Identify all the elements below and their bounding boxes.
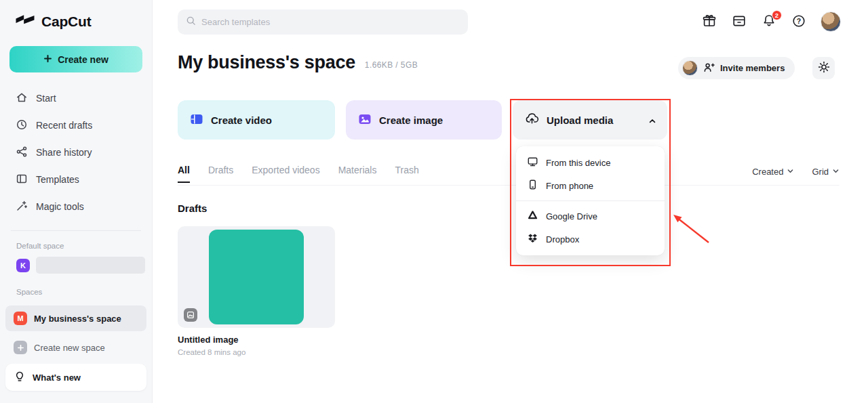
person-plus-icon	[703, 62, 715, 75]
create-image-label: Create image	[379, 114, 443, 126]
view-controls: Created Grid	[752, 167, 840, 177]
upload-media-label: Upload media	[547, 114, 613, 126]
sidebar-item-label: Share history	[36, 147, 92, 158]
svg-text:?: ?	[797, 17, 801, 25]
header-icons: 2 ?	[701, 10, 841, 33]
draft-item[interactable]	[178, 226, 335, 328]
sidebar-nav: Start Recent drafts Share history Templa…	[0, 81, 152, 220]
view-grid-dropdown[interactable]: Grid	[812, 167, 840, 177]
sidebar-item-magic-tools[interactable]: Magic tools	[7, 193, 145, 220]
menu-item-dropbox[interactable]: Dropbox	[516, 228, 665, 251]
sidebar-item-share-history[interactable]: Share history	[7, 139, 145, 166]
upload-media-menu: From this device From phone Google Drive…	[516, 146, 665, 255]
chevron-down-icon	[832, 167, 840, 177]
menu-item-from-this-device[interactable]: From this device	[516, 151, 665, 174]
sidebar-item-recent-drafts[interactable]: Recent drafts	[7, 112, 145, 139]
sidebar-item-start[interactable]: Start	[7, 85, 145, 112]
create-new-button[interactable]: Create new	[9, 46, 142, 72]
create-image-button[interactable]: Create image	[346, 100, 502, 140]
view-label: Grid	[812, 167, 829, 177]
whats-new-button[interactable]: What's new	[5, 364, 146, 391]
help-button[interactable]: ?	[791, 14, 807, 30]
search-icon	[186, 16, 196, 28]
help-icon: ?	[791, 14, 806, 31]
menu-item-label: From phone	[546, 181, 593, 191]
magic-wand-icon	[16, 200, 28, 214]
gear-icon	[817, 60, 831, 77]
cloud-upload-icon	[525, 112, 539, 128]
drafts-section-title: Drafts	[178, 203, 207, 214]
storage-usage: 1.66KB / 5GB	[365, 60, 418, 74]
tab-materials[interactable]: Materials	[338, 165, 377, 183]
space-settings-button[interactable]	[812, 57, 835, 79]
page-title: My business's space	[178, 51, 355, 74]
notification-badge: 2	[772, 10, 782, 20]
home-icon	[16, 91, 28, 106]
menu-item-google-drive[interactable]: Google Drive	[516, 205, 665, 228]
title-row: My business's space 1.66KB / 5GB	[178, 51, 418, 74]
logo-text: CapCut	[41, 14, 91, 30]
default-space-row[interactable]: K	[0, 256, 152, 274]
tab-trash[interactable]: Trash	[395, 165, 418, 183]
chevron-down-icon	[787, 167, 794, 177]
sidebar-item-templates[interactable]: Templates	[7, 166, 145, 193]
create-new-space-label: Create new space	[34, 343, 105, 353]
space-item-my-business[interactable]: M My business's space	[5, 305, 146, 331]
draft-meta: Created 8 mins ago	[178, 348, 245, 356]
sidebar-item-label: Magic tools	[36, 201, 84, 212]
phone-icon	[527, 179, 538, 192]
sort-by-created-dropdown[interactable]: Created	[752, 167, 794, 177]
templates-icon	[16, 173, 28, 187]
sort-by-label: Created	[752, 167, 783, 177]
draft-thumbnail	[209, 230, 304, 324]
tabs-divider	[178, 185, 840, 186]
image-icon	[358, 112, 372, 128]
sidebar-item-label: Recent drafts	[36, 120, 92, 131]
notifications-button[interactable]: 2	[761, 14, 777, 30]
sidebar-item-label: Templates	[36, 174, 79, 185]
search-input[interactable]	[201, 17, 460, 27]
dropbox-icon	[527, 232, 538, 246]
storage-box-button[interactable]	[731, 14, 747, 30]
image-type-badge	[184, 308, 197, 322]
default-space-label: Default space	[0, 231, 152, 256]
gift-button[interactable]	[701, 14, 717, 30]
create-video-label: Create video	[211, 114, 272, 126]
draft-title: Untitled image	[178, 335, 239, 345]
storage-box-icon	[732, 14, 747, 31]
default-space-avatar: K	[16, 259, 30, 272]
create-new-space-button[interactable]: Create new space	[5, 335, 146, 360]
tab-all[interactable]: All	[178, 165, 190, 183]
gift-icon	[702, 14, 717, 31]
menu-item-from-phone[interactable]: From phone	[516, 174, 665, 197]
invite-members-button[interactable]: Invite members	[678, 57, 795, 79]
sidebar-item-label: Start	[36, 93, 56, 104]
space-avatar: M	[14, 312, 27, 325]
capcut-logo[interactable]: CapCut	[0, 0, 152, 30]
user-avatar[interactable]	[821, 12, 841, 32]
member-avatar	[682, 60, 698, 76]
menu-divider	[516, 200, 665, 201]
annotation-arrow	[668, 210, 715, 247]
google-drive-icon	[527, 209, 538, 223]
tab-exported-videos[interactable]: Exported videos	[252, 165, 319, 183]
upload-media-button[interactable]: Upload media	[513, 100, 667, 140]
chevron-up-icon	[648, 116, 656, 127]
tab-drafts[interactable]: Drafts	[208, 165, 233, 183]
content-tabs: All Drafts Exported videos Materials Tra…	[178, 165, 419, 183]
monitor-icon	[527, 156, 538, 169]
create-video-button[interactable]: Create video	[178, 100, 335, 140]
menu-item-label: From this device	[546, 158, 610, 168]
whats-new-label: What's new	[33, 373, 81, 383]
search-bar	[178, 9, 468, 35]
menu-item-label: Dropbox	[546, 234, 579, 245]
sidebar: CapCut Create new Start Recent drafts Sh…	[0, 0, 153, 403]
capcut-logo-icon	[15, 14, 35, 30]
default-space-name-bar	[36, 257, 145, 274]
menu-item-label: Google Drive	[546, 211, 597, 221]
plus-icon	[43, 54, 52, 65]
capcut-app: CapCut Create new Start Recent drafts Sh…	[0, 0, 868, 403]
space-name: My business's space	[34, 314, 121, 324]
spaces-label: Spaces	[0, 274, 152, 302]
create-new-label: Create new	[58, 54, 108, 65]
